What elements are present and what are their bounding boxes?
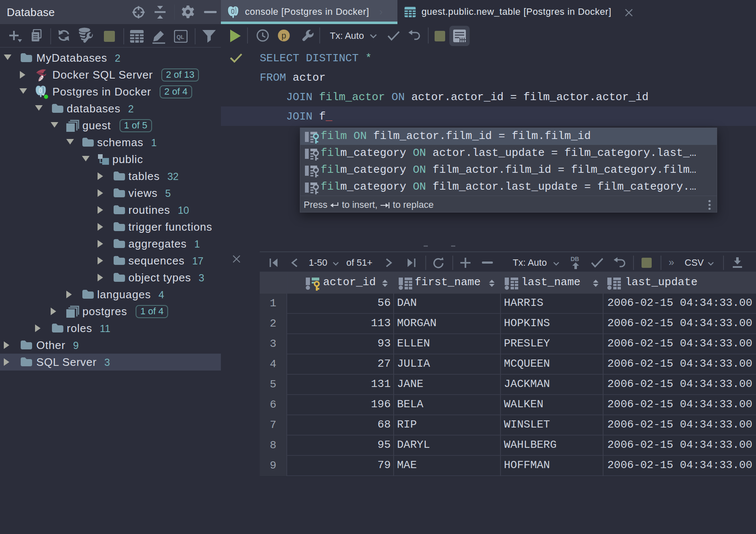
- svg-text:QL: QL: [177, 34, 184, 40]
- svg-text:DB: DB: [571, 256, 579, 262]
- svg-text:p: p: [281, 31, 286, 41]
